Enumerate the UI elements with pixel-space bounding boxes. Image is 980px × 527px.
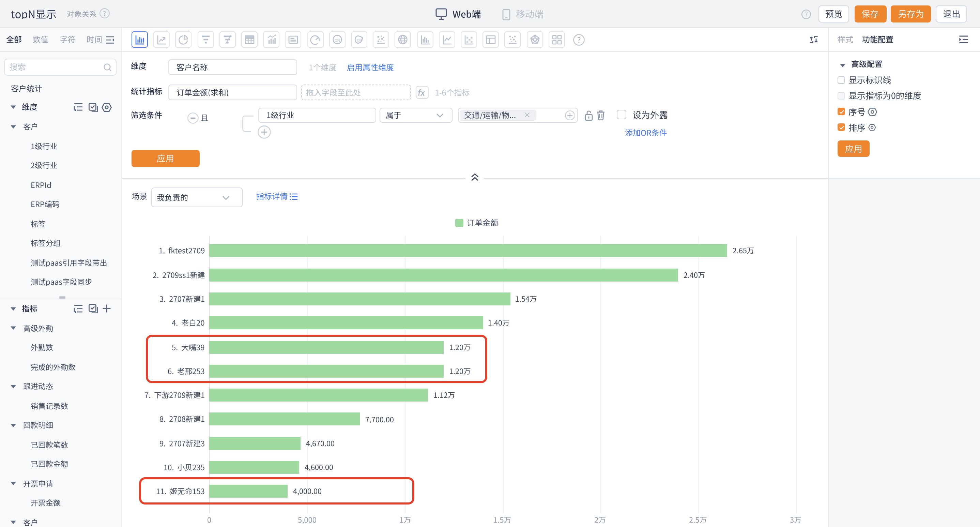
svg-text:CN: CN — [335, 38, 340, 43]
svg-text:CN: CN — [357, 38, 361, 42]
